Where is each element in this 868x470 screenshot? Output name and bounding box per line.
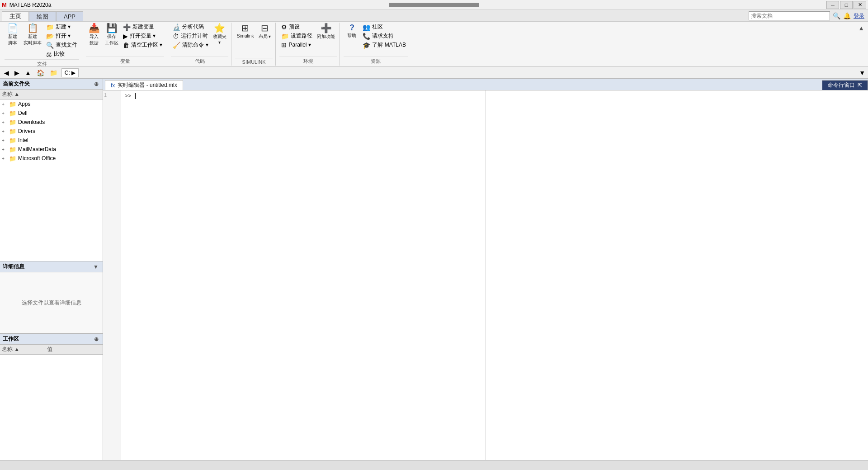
file-item[interactable]: + 📁 Downloads (0, 118, 103, 127)
ribbon-group-env: ⚙ 预设 📁 设置路径 ⊞ Parallel ▾ ➕ 附加功能 环境 (277, 23, 340, 66)
help-group-label: 资源 (344, 57, 407, 66)
ws-col-name[interactable]: 名称 ▲ (2, 346, 47, 353)
set-path-icon: 📁 (281, 33, 289, 40)
file-name: Downloads (18, 119, 45, 125)
folder-icon: 📁 (9, 137, 16, 144)
ribbon-group-simulink-content: ⊞ Simulink ⊟ 布局 ▾ (235, 23, 273, 57)
address-expand-icon[interactable]: ▼ (859, 69, 865, 76)
variable-group-label: 变量 (86, 57, 164, 66)
file-item[interactable]: + 📁 Microsoft Office (0, 154, 103, 163)
resource-small-buttons: 👥 社区 📞 请求支持 🎓 了解 MATLAB (361, 23, 407, 49)
code-small-buttons: 🔬 分析代码 ⏱ 运行并计时 🧹 清除命令 ▾ (171, 23, 210, 49)
layout-label: 布局 ▾ (259, 33, 271, 40)
clear-cmd-button[interactable]: 🧹 清除命令 ▾ (171, 41, 210, 49)
close-button[interactable]: ✕ (854, 1, 866, 9)
file-item[interactable]: + 📁 Intel (0, 136, 103, 145)
tab-app[interactable]: APP (56, 11, 83, 21)
search-input[interactable] (749, 11, 830, 20)
maximize-button[interactable]: □ (840, 1, 853, 9)
file-item[interactable]: + 📁 Apps (0, 100, 103, 109)
workspace-add-icon[interactable]: ⊕ (93, 336, 100, 342)
favorites-button[interactable]: ⭐ 收藏夹▾ (211, 23, 228, 46)
simulink-group-label: SIMULINK (235, 58, 273, 66)
new-var-button[interactable]: ➕ 新建变量 (121, 23, 164, 31)
path-text: C: ▶ (65, 70, 75, 76)
support-label: 请求支持 (372, 32, 394, 40)
open-icon: 📂 (46, 33, 54, 40)
community-label: 社区 (372, 23, 383, 31)
file-item[interactable]: + 📁 MailMasterData (0, 145, 103, 154)
save-workspace-button[interactable]: 💾 保存工作区 (103, 23, 120, 47)
file-name: Drivers (18, 128, 35, 134)
help-button[interactable]: ? 帮助 (344, 23, 360, 40)
ws-col-value: 值 (47, 346, 101, 353)
code-group-label: 代码 (171, 57, 228, 66)
clear-workspace-button[interactable]: 🗑 清空工作区 ▾ (121, 41, 164, 49)
file-list-header: 名称 ▲ (0, 90, 103, 100)
ribbon-collapse-icon[interactable]: ▲ (858, 24, 864, 32)
expand-icon: + (2, 120, 7, 125)
open-button[interactable]: 📂 打开 ▾ (44, 32, 79, 40)
editor-cursor (135, 93, 136, 99)
learn-icon: 🎓 (363, 42, 370, 49)
open-label: 打开 ▾ (56, 32, 71, 40)
file-browser-add-icon[interactable]: ⊕ (93, 81, 100, 87)
import-data-button[interactable]: 📥 导入数据 (86, 23, 102, 47)
run-parallel-icon: ⏱ (173, 33, 179, 40)
live-editor-pane: 1 >> (103, 90, 486, 460)
details-expand-icon[interactable]: ▼ (92, 264, 100, 270)
back-button[interactable]: ◀ (3, 69, 10, 76)
editor-body[interactable]: >> (103, 90, 486, 460)
simulink-icon: ⊞ (241, 24, 249, 33)
new-script-button[interactable]: 📄 新建脚本 (5, 23, 21, 47)
parallel-button[interactable]: ⊞ Parallel ▾ (279, 41, 314, 49)
new-live-script-button[interactable]: 📋 新建实时脚本 (22, 23, 43, 47)
ribbon-toolbar: 📄 新建脚本 📋 新建实时脚本 📁 新建 ▾ 📂 打开 ▾ 🔍 查找文件 (0, 22, 868, 67)
new-button[interactable]: 📁 新建 ▾ (44, 23, 79, 31)
current-path[interactable]: C: ▶ (61, 68, 79, 77)
run-parallel-button[interactable]: ⏱ 运行并计时 (171, 32, 210, 40)
add-function-button[interactable]: ➕ 附加功能 (315, 23, 337, 41)
search-icon[interactable]: 🔍 (833, 12, 840, 19)
new-var-icon: ➕ (123, 24, 131, 31)
community-button[interactable]: 👥 社区 (361, 23, 407, 31)
compare-button[interactable]: ⚖ 比较 (44, 50, 79, 58)
simulink-button[interactable]: ⊞ Simulink (235, 23, 256, 39)
run-parallel-label: 运行并计时 (181, 32, 208, 40)
details-empty-msg: 选择文件以查看详细信息 (22, 299, 81, 307)
cmd-expand-icon[interactable]: ⇱ (858, 82, 862, 89)
forward-button[interactable]: ▶ (13, 69, 21, 76)
file-col-name[interactable]: 名称 ▲ (2, 90, 19, 98)
folder-icon: 📁 (9, 101, 16, 108)
command-window-tab[interactable]: 命令行窗口 ⇱ (822, 80, 868, 90)
tab-plot[interactable]: 绘图 (29, 11, 56, 21)
bell-icon[interactable]: 🔔 (843, 12, 851, 19)
up-button[interactable]: ▲ (24, 69, 33, 76)
matlab-logo: M (2, 1, 7, 8)
file-item[interactable]: + 📁 Dell (0, 109, 103, 118)
preset-label: 预设 (289, 23, 300, 31)
folder-button[interactable]: 📁 (48, 69, 59, 76)
tab-home[interactable]: 主页 (2, 11, 29, 21)
minimize-button[interactable]: ─ (826, 1, 839, 9)
find-file-button[interactable]: 🔍 查找文件 (44, 41, 79, 49)
layout-button[interactable]: ⊟ 布局 ▾ (256, 23, 273, 41)
preset-button[interactable]: ⚙ 预设 (279, 23, 314, 31)
login-button[interactable]: 登录 (854, 12, 864, 20)
details-panel: 详细信息 ▼ 选择文件以查看详细信息 (0, 261, 103, 333)
import-label: 导入数据 (90, 33, 99, 46)
support-button[interactable]: 📞 请求支持 (361, 32, 407, 40)
clear-ws-icon: 🗑 (123, 42, 129, 49)
workspace-header: 工作区 ⊕ (0, 334, 103, 345)
command-window-body[interactable] (486, 90, 868, 460)
folder-icon: 📁 (9, 155, 16, 162)
set-path-button[interactable]: 📁 设置路径 (279, 32, 314, 40)
open-var-button[interactable]: ▶ 打开变量 ▾ (121, 32, 164, 40)
file-item[interactable]: + 📁 Drivers (0, 127, 103, 136)
editor-tab-live[interactable]: fx 实时编辑器 - untitled.mlx (105, 80, 183, 90)
learn-matlab-button[interactable]: 🎓 了解 MATLAB (361, 41, 407, 49)
home-button[interactable]: 🏠 (35, 69, 46, 76)
analyze-code-button[interactable]: 🔬 分析代码 (171, 23, 210, 31)
layout-icon: ⊟ (261, 24, 269, 33)
compare-label: 比较 (54, 50, 65, 58)
